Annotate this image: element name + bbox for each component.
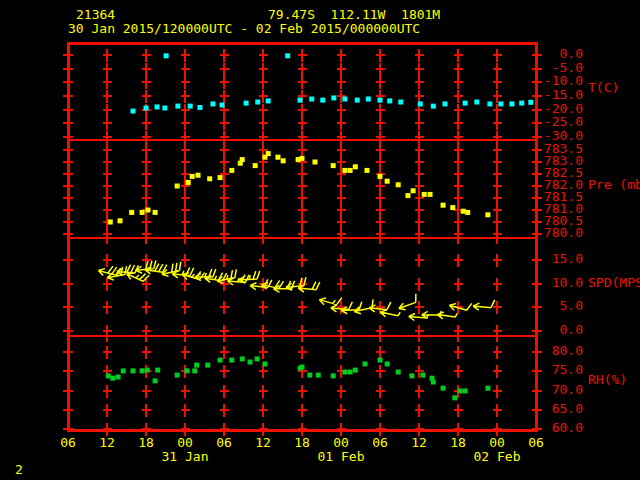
grid-tick [298,221,307,223]
grid-tick [259,54,268,56]
grid-tick [337,221,346,223]
pressure-dot [145,208,150,213]
grid-tick [223,330,225,342]
humidity-axis-unit: RH(%) [588,373,627,387]
grid-tick [298,259,307,261]
grid-tick [415,197,424,199]
grid-tick [337,161,346,163]
grid-tick [454,283,463,285]
grid-tick [493,259,502,261]
grid-tick [142,221,151,223]
grid-tick [181,306,190,308]
pressure-dot [118,218,123,223]
temperature-dot [366,97,371,102]
grid-tick [418,232,420,244]
temperature-dot [463,101,468,106]
pressure-dot [281,158,286,163]
grid-tick [220,370,229,372]
temperature-dot [255,100,260,105]
grid-tick [493,306,502,308]
relative-humidity-dot [116,375,121,380]
wind-axis-unit: SPD(MPS) [588,276,640,290]
grid-tick [454,149,463,151]
pressure-dot [129,210,134,215]
grid-tick [418,330,420,342]
ytick-label: 75.0 [503,363,583,377]
grid-tick [493,109,502,111]
grid-tick [103,306,112,308]
pressure-dot [405,193,410,198]
grid-tick [376,209,385,211]
grid-tick [223,134,225,146]
grid-tick [142,390,151,392]
grid-tick [63,173,73,175]
grid-tick [220,197,229,199]
grid-tick [496,232,498,244]
grid-tick [376,122,385,124]
grid-tick [298,390,307,392]
grid-tick [337,197,346,199]
grid-tick [376,161,385,163]
grid-tick [415,54,424,56]
grid-tick [454,54,463,56]
grid-tick [376,259,385,261]
grid-tick [415,390,424,392]
relative-humidity-dot [463,388,468,393]
hour-label: 06 [516,436,556,450]
grid-tick [298,95,307,97]
grid-tick [337,54,346,56]
relative-humidity-dot [155,368,160,373]
grid-tick [220,68,229,70]
hour-label: 18 [438,436,478,450]
hour-label: 00 [321,436,361,450]
grid-tick [181,81,190,83]
grid-tick [181,109,190,111]
relative-humidity-dot [262,361,267,366]
page-number: 2 [15,463,23,477]
relative-humidity-dot [145,368,150,373]
grid-tick [337,209,346,211]
grid-tick [220,122,229,124]
grid-tick [103,351,112,353]
relative-humidity-dot [110,376,115,381]
relative-humidity-dot [342,370,347,375]
grid-tick [298,209,307,211]
grid-tick [337,185,346,187]
grid-tick [259,81,268,83]
wind-barb-glyph [448,298,471,315]
relative-humidity-dot [240,356,245,361]
grid-tick [220,161,229,163]
ytick-label: 65.0 [503,402,583,416]
wind-barb [239,271,260,283]
pressure-dot [266,151,271,156]
grid-tick [103,173,112,175]
grid-tick [181,161,190,163]
grid-tick [220,54,229,56]
grid-tick [415,173,424,175]
relative-humidity-dot [316,373,321,378]
grid-tick [103,122,112,124]
grid-tick [337,390,346,392]
grid-tick [181,149,190,151]
grid-tick [142,161,151,163]
pressure-dot [385,179,390,184]
grid-tick [298,197,307,199]
temperature-dot [487,101,492,106]
temperature-dot [155,104,160,109]
wind-barb-glyph [396,294,420,312]
grid-tick [337,122,346,124]
grid-tick [142,409,151,411]
grid-tick [337,409,346,411]
grid-tick [337,283,346,285]
grid-tick [220,81,229,83]
hour-label: 00 [165,436,205,450]
relative-humidity-dot [363,361,368,366]
grid-tick [259,390,268,392]
grid-tick [181,259,190,261]
grid-tick [181,68,190,70]
grid-tick [63,259,73,261]
grid-tick [181,185,190,187]
grid-tick [63,95,73,97]
pressure-dot [175,184,180,189]
grid-tick [298,283,307,285]
